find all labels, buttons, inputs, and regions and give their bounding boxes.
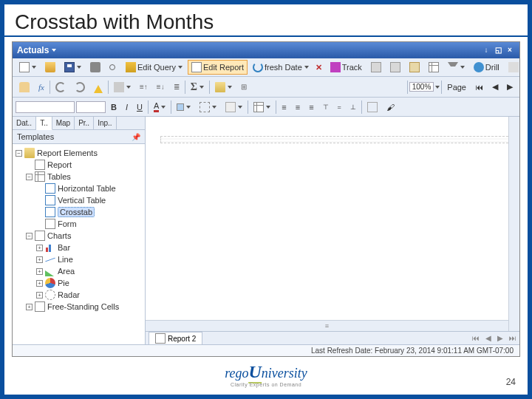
report-tab[interactable]: Report 2 <box>149 332 202 344</box>
panel-header: Templates 📌 <box>13 130 145 144</box>
tree-radar[interactable]: +Radar <box>14 289 143 301</box>
tree-form[interactable]: Form <box>14 218 143 230</box>
align-left-button[interactable]: ≡ <box>278 100 290 114</box>
bold-button[interactable]: B <box>107 100 120 114</box>
zoom-select[interactable]: 100% <box>409 82 440 92</box>
main-toolbar: Edit Query Edit Report fresh Date ✕ Trac… <box>13 58 519 77</box>
break-button[interactable]: ≣ <box>170 81 183 93</box>
undo-button[interactable] <box>52 80 69 95</box>
align-middle-button[interactable]: = <box>334 101 345 113</box>
tab-data[interactable]: Dat.. <box>13 117 36 129</box>
clipboard-button[interactable] <box>406 60 423 75</box>
italic-button[interactable]: I <box>122 100 132 114</box>
slide-title: Crosstab with Months <box>4 4 528 37</box>
filter-button[interactable] <box>444 60 468 75</box>
restore-button[interactable]: ◱ <box>493 45 503 55</box>
statusbar: Last Refresh Date: February 23, 2014 9:0… <box>13 344 519 356</box>
slide-number: 24 <box>506 377 516 387</box>
tree-pie[interactable]: +Pie <box>14 277 143 289</box>
redo-button[interactable] <box>71 80 89 95</box>
tab-properties[interactable]: Pr.. <box>75 117 94 129</box>
next-page-button[interactable]: ▶ <box>503 80 516 94</box>
tree-vertical-table[interactable]: Vertical Table <box>14 194 143 206</box>
tab-nav-last[interactable]: ⏭ <box>506 334 519 342</box>
title-dropdown-icon[interactable] <box>52 49 56 52</box>
find-button[interactable] <box>106 62 119 72</box>
vertical-scrollbar[interactable] <box>508 117 519 331</box>
page-nav: Page <box>443 81 470 94</box>
tree-charts[interactable]: −Charts <box>14 230 143 242</box>
tab-nav-prev[interactable]: ◀ <box>482 334 494 342</box>
tab-nav-first[interactable]: ⏮ <box>469 334 482 342</box>
footer-logo: regoUniversity Clarity Experts on Demand <box>225 362 307 387</box>
sort-button[interactable]: ≡↓ <box>153 81 168 93</box>
copy-button[interactable] <box>367 60 385 75</box>
tree-line[interactable]: +Line <box>14 253 143 265</box>
report-canvas[interactable]: ≡ Report 2 ⏮ ◀ ▶ ⏭ <box>146 117 519 344</box>
insert-button[interactable] <box>211 80 236 95</box>
close-button[interactable]: × <box>505 45 515 55</box>
workspace: Dat.. T.. Map Pr.. Inp.. Templates 📌 −Re… <box>13 117 519 344</box>
border-button[interactable] <box>196 100 220 115</box>
wrap-text-button[interactable] <box>364 100 381 115</box>
pointer-button[interactable] <box>16 80 33 95</box>
align-right-button[interactable]: ≡ <box>305 100 317 114</box>
tree-bar[interactable]: +Bar <box>14 242 143 253</box>
edit-report-button[interactable]: Edit Report <box>188 60 248 75</box>
panel-tabs: Dat.. T.. Map Pr.. Inp.. <box>13 117 145 130</box>
tree-freestanding[interactable]: +Free-Standing Cells <box>14 301 143 313</box>
pin-icon[interactable]: 📌 <box>132 133 140 141</box>
tab-templates[interactable]: T.. <box>36 117 52 130</box>
new-doc-button[interactable] <box>16 60 40 75</box>
calc-button[interactable]: Σ <box>187 79 208 95</box>
fill-color-button[interactable] <box>173 101 194 113</box>
data-button[interactable] <box>425 60 443 75</box>
align-top-button[interactable]: ⊤ <box>319 101 332 113</box>
window-titlebar: Actuals ↓ ◱ × <box>13 42 519 58</box>
tree-horizontal-table[interactable]: Horizontal Table <box>14 183 143 194</box>
webi-application: Actuals ↓ ◱ × Edit Query Edit Report fre… <box>12 41 520 357</box>
font-color-button[interactable]: A <box>150 99 169 115</box>
merge-button[interactable] <box>250 100 274 115</box>
tree-report[interactable]: Report <box>14 159 143 171</box>
paste-button[interactable] <box>386 60 404 75</box>
tree-report-elements[interactable]: −Report Elements <box>14 147 143 159</box>
view-structure-button[interactable] <box>110 80 134 95</box>
tree-tables[interactable]: −Tables <box>14 171 143 183</box>
alert-button[interactable] <box>90 78 106 95</box>
outline-button[interactable]: ⊞ <box>237 81 250 93</box>
rank-button[interactable]: ≡↑ <box>136 81 151 93</box>
tree-crosstab[interactable]: Crosstab <box>14 206 143 218</box>
align-center-button[interactable]: ≡ <box>292 100 304 114</box>
report-tab-icon <box>155 333 166 344</box>
prev-page-button[interactable]: ◀ <box>488 80 502 94</box>
drill-button[interactable]: Drill <box>470 60 503 75</box>
format-painter-button[interactable]: 🖌 <box>383 100 398 114</box>
underline-button[interactable]: U <box>133 100 146 114</box>
font-family-select[interactable] <box>16 101 75 113</box>
tree-area[interactable]: +Area <box>14 265 143 277</box>
window-title: Actuals <box>17 45 49 55</box>
first-page-button[interactable]: ⏮ <box>471 81 487 94</box>
minimize-button[interactable]: ↓ <box>481 45 491 55</box>
report-page-area <box>160 136 512 143</box>
format-toolbar: B I U A ≡ ≡ ≡ ⊤ = ⊥ 🖌 <box>13 98 519 117</box>
formula-toggle-button[interactable]: fx <box>35 81 48 94</box>
align-bottom-button[interactable]: ⊥ <box>347 101 360 113</box>
more-button[interactable] <box>505 60 519 75</box>
open-button[interactable] <box>41 60 59 75</box>
cancel-icon[interactable]: ✕ <box>314 63 324 72</box>
horizontal-scrollbar[interactable]: ≡ <box>146 320 508 331</box>
secondary-toolbar: fx ≡↑ ≡↓ ≣ Σ ⊞ 100% Page ⏮ ◀ ▶ <box>13 77 519 98</box>
tab-input[interactable]: Inp.. <box>94 117 116 129</box>
track-button[interactable]: Track <box>327 60 366 75</box>
edit-query-button[interactable]: Edit Query <box>122 60 186 75</box>
tab-map[interactable]: Map <box>52 117 75 129</box>
refresh-data-button[interactable]: fresh Date <box>249 60 313 75</box>
save-button[interactable] <box>61 60 85 75</box>
tab-nav-next[interactable]: ▶ <box>494 334 506 342</box>
left-panel: Dat.. T.. Map Pr.. Inp.. Templates 📌 −Re… <box>13 117 146 344</box>
print-button[interactable] <box>86 60 104 75</box>
font-size-select[interactable] <box>76 101 106 113</box>
clear-format-button[interactable] <box>222 100 246 115</box>
